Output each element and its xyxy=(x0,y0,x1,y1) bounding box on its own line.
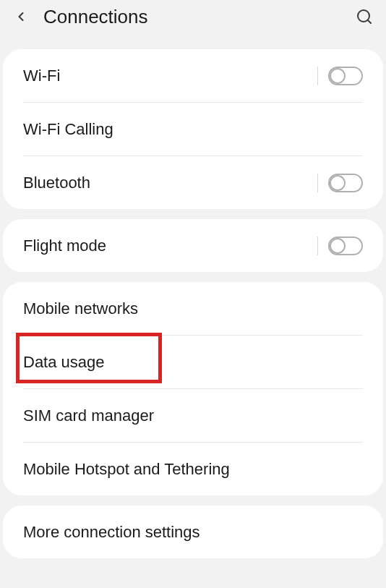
row-wifi-calling[interactable]: Wi-Fi Calling xyxy=(3,103,383,155)
row-data-usage[interactable]: Data usage xyxy=(3,336,383,388)
row-mobile-networks[interactable]: Mobile networks xyxy=(3,282,383,335)
settings-group-2: Flight mode xyxy=(3,219,383,272)
row-label: Mobile Hotspot and Tethering xyxy=(23,460,363,479)
row-more-connection[interactable]: More connection settings xyxy=(3,506,383,558)
row-label: Data usage xyxy=(23,353,363,372)
toggle-separator xyxy=(317,237,318,255)
settings-group-4: More connection settings xyxy=(3,506,383,558)
svg-line-1 xyxy=(368,20,371,23)
row-bluetooth[interactable]: Bluetooth xyxy=(3,156,383,209)
settings-group-3: Mobile networks Data usage SIM card mana… xyxy=(3,282,383,495)
bluetooth-toggle[interactable] xyxy=(328,174,363,192)
row-label: More connection settings xyxy=(23,523,363,542)
toggle-separator xyxy=(317,67,318,85)
toggle-separator xyxy=(317,174,318,192)
row-label: SIM card manager xyxy=(23,406,363,425)
settings-group-1: Wi-Fi Wi-Fi Calling Bluetooth xyxy=(3,49,383,209)
toggle-wrap xyxy=(317,174,363,192)
header: Connections xyxy=(0,0,386,39)
row-label: Wi-Fi xyxy=(23,67,317,85)
row-sim-card-manager[interactable]: SIM card manager xyxy=(3,389,383,442)
toggle-knob xyxy=(330,68,346,84)
wifi-toggle[interactable] xyxy=(328,67,363,85)
row-flight-mode[interactable]: Flight mode xyxy=(3,219,383,272)
back-icon[interactable] xyxy=(12,7,30,26)
toggle-knob xyxy=(330,238,346,254)
search-icon[interactable] xyxy=(354,7,374,27)
row-label: Bluetooth xyxy=(23,174,317,192)
row-label: Wi-Fi Calling xyxy=(23,120,363,139)
row-wifi[interactable]: Wi-Fi xyxy=(3,49,383,102)
row-label: Mobile networks xyxy=(23,299,363,318)
toggle-knob xyxy=(330,175,346,191)
toggle-wrap xyxy=(317,67,363,85)
toggle-wrap xyxy=(317,237,363,255)
page-title: Connections xyxy=(43,6,354,28)
row-mobile-hotspot[interactable]: Mobile Hotspot and Tethering xyxy=(3,443,383,495)
flight-mode-toggle[interactable] xyxy=(328,237,363,255)
row-label: Flight mode xyxy=(23,237,317,255)
